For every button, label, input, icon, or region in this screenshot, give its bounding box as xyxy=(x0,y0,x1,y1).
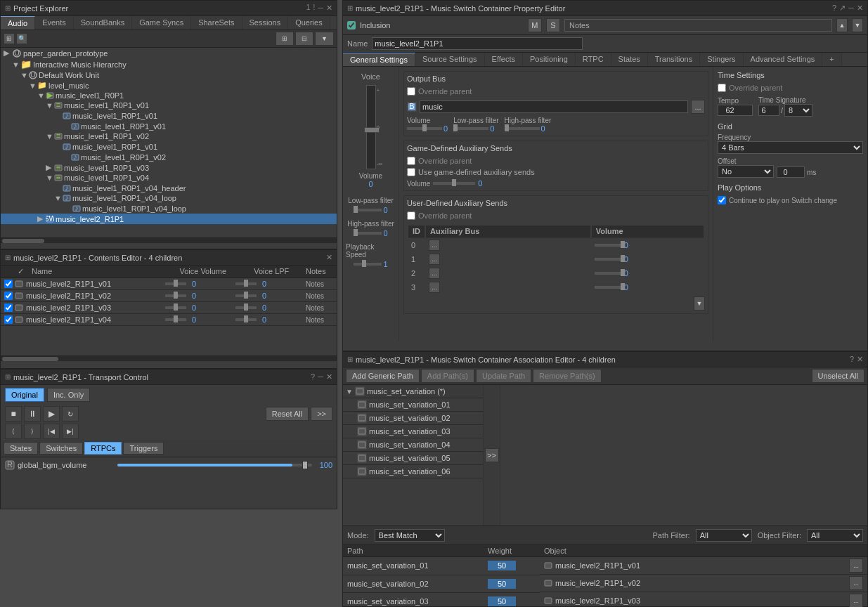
object-filter-select[interactable]: All xyxy=(807,529,863,542)
tempo-input[interactable] xyxy=(718,105,753,116)
row-0-check[interactable] xyxy=(4,280,13,288)
assoc-root-item[interactable]: ▼ music_set_variation (*) xyxy=(343,385,483,398)
tab-plus[interactable]: + xyxy=(822,53,841,66)
tree-arrow[interactable]: ▼ xyxy=(29,81,36,90)
btn-loop[interactable]: ↻ xyxy=(62,406,79,422)
tree-item-ml2r1p1[interactable]: ▶ SW music_level2_R1P1 xyxy=(1,214,337,224)
tree-item-ml1r0p1v04[interactable]: ▼ ≡ music_level1_R0P1_v04 xyxy=(1,173,337,183)
tab-general[interactable]: General Settings xyxy=(343,53,415,66)
continue-switch-check[interactable] xyxy=(718,196,726,204)
assoc-item-6[interactable]: music_set_variation_06 xyxy=(343,465,483,478)
tab-states[interactable]: States xyxy=(4,442,38,455)
assoc-expand-icon[interactable]: ▼ xyxy=(346,388,353,396)
pe-toolbar-btn1[interactable]: ⊞ xyxy=(4,33,15,44)
btn-original[interactable]: Original xyxy=(5,388,44,402)
pe-toolbar-filter[interactable]: ▼ xyxy=(315,32,334,46)
aux-bus-btn-1[interactable]: ... xyxy=(429,254,440,265)
btn-unselect-all[interactable]: Unselect All xyxy=(812,369,864,383)
tree-item-imh[interactable]: ▼ 📁 Interactive Music Hierarchy xyxy=(1,58,337,70)
tree-arrow[interactable]: ▼ xyxy=(46,174,53,182)
ts-override[interactable] xyxy=(718,84,726,92)
pe-toolbar-expand[interactable]: ⊞ xyxy=(276,32,294,46)
tab-events[interactable]: Events xyxy=(35,16,74,30)
pe-minimize[interactable]: ─ xyxy=(318,4,323,13)
btn-pause[interactable]: ⏸ xyxy=(24,406,41,422)
tree-item-ml1r0p1v03[interactable]: ▶ ≡ music_level1_R0P1_v03 xyxy=(1,162,337,173)
tab-queries[interactable]: Queries xyxy=(288,16,330,30)
voice-fader[interactable]: + 0 -∞ xyxy=(366,85,376,169)
tree-item-ml1r0p1v02a[interactable]: ▶ ♪ music_level1_R0P1_v01 xyxy=(1,141,337,152)
scroll-dn[interactable]: ▼ xyxy=(852,18,863,32)
pe-close[interactable]: ✕ xyxy=(326,4,332,13)
bus-name-input[interactable] xyxy=(420,100,688,113)
pe2-help[interactable]: ? xyxy=(832,4,836,13)
ae-help[interactable]: ? xyxy=(850,355,854,364)
pe-toolbar-collapse[interactable]: ⊟ xyxy=(295,32,313,46)
row-3-check[interactable] xyxy=(4,315,13,324)
ce-scrollbar[interactable] xyxy=(2,357,58,361)
tab-sessions[interactable]: Sessions xyxy=(242,16,289,30)
tree-item-ml1r0p1v02b[interactable]: ▶ ♪ music_level1_R0P1_v02 xyxy=(1,152,337,162)
game-aux-vol-slider[interactable] xyxy=(433,182,475,185)
pe-scrollbar-thumb[interactable] xyxy=(2,239,44,243)
tab-advanced[interactable]: Advanced Settings xyxy=(744,53,823,66)
tree-item-ml1r0p1v01b[interactable]: ▶ ♪ music_level1_R0P1_v01 xyxy=(1,121,337,131)
tree-item-dwu[interactable]: ▼ U Default Work Unit xyxy=(1,70,337,80)
btn-fwd[interactable]: ⟩ xyxy=(24,424,41,439)
aux-vol-slider-1[interactable] xyxy=(595,258,623,261)
aux-bus-btn-3[interactable]: ... xyxy=(429,282,440,293)
tree-arrow[interactable]: ▼ xyxy=(46,101,53,110)
pe-toolbar-btn2[interactable]: 🔍 xyxy=(16,33,27,44)
tree-arrow[interactable]: ▼ xyxy=(46,132,53,141)
obj-btn-0[interactable]: ... xyxy=(849,559,863,573)
tab-triggers[interactable]: Triggers xyxy=(123,442,164,455)
path-filter-select[interactable]: All xyxy=(696,529,752,542)
bus-browse[interactable]: ... xyxy=(691,100,705,114)
hpf-slider[interactable] xyxy=(505,127,540,130)
tree-item-ml1r0p1v04ll[interactable]: ▶ ♪ music_level1_R0P1_v04_loop xyxy=(1,203,337,214)
tab-positioning[interactable]: Positioning xyxy=(523,53,576,66)
aux-vol-slider-3[interactable] xyxy=(595,286,623,289)
tab-stingers[interactable]: Stingers xyxy=(700,53,743,66)
assoc-item-1[interactable]: music_set_variation_01 xyxy=(343,398,483,412)
tab-effects[interactable]: Effects xyxy=(485,53,523,66)
aux-vol-slider-0[interactable] xyxy=(595,244,623,247)
rtpc-slider-thumb[interactable] xyxy=(302,461,308,469)
tab-sharesets[interactable]: ShareSets xyxy=(191,16,242,30)
name-input[interactable] xyxy=(372,37,583,50)
btn-begin[interactable]: |◀ xyxy=(43,424,60,439)
btn-end[interactable]: ▶| xyxy=(62,424,79,439)
tree-item-ml1r0p1v01a[interactable]: ▶ ♪ music_level1_R0P1_v01 xyxy=(1,110,337,121)
tab-switches[interactable]: Switches xyxy=(39,442,83,455)
tc-close[interactable]: ✕ xyxy=(326,372,332,381)
row-2-notes[interactable]: Notes xyxy=(306,304,334,312)
btn-associate-arrow[interactable]: >> xyxy=(485,448,499,462)
game-aux-use[interactable] xyxy=(407,168,415,176)
row-1-check[interactable] xyxy=(4,292,13,300)
btn-add-paths[interactable]: Add Path(s) xyxy=(421,369,474,383)
aux-scroll-down[interactable]: ▼ xyxy=(694,296,705,311)
row-0-notes[interactable]: Notes xyxy=(306,280,334,288)
ce-close[interactable]: ✕ xyxy=(326,253,332,262)
ae-close[interactable]: ✕ xyxy=(857,355,863,364)
btn-reset-all[interactable]: Reset All xyxy=(266,407,309,421)
tab-states[interactable]: States xyxy=(611,53,648,66)
tab-rtpcs[interactable]: RTPCs xyxy=(84,442,122,455)
offset-ms[interactable] xyxy=(777,167,805,178)
game-aux-override[interactable] xyxy=(407,157,415,165)
btn-inc-only[interactable]: Inc. Only xyxy=(47,388,90,402)
ts-num[interactable] xyxy=(758,105,779,116)
tree-item-level-music[interactable]: ▼ 📁 level_music xyxy=(1,80,337,91)
pe2-btn[interactable]: ↗ xyxy=(839,4,846,13)
aux-bus-btn-2[interactable]: ... xyxy=(429,268,440,279)
btn-back[interactable]: ⟨ xyxy=(5,424,22,439)
tab-rtpc[interactable]: RTPC xyxy=(576,53,611,66)
lpf-slider[interactable] xyxy=(453,127,488,130)
row-3-notes[interactable]: Notes xyxy=(306,316,334,324)
tc-help[interactable]: ? xyxy=(311,372,315,381)
btn-stop[interactable]: ■ xyxy=(5,406,22,422)
tc-minimize[interactable]: ─ xyxy=(318,372,323,381)
row-2-check[interactable] xyxy=(4,304,13,312)
tree-item-ml1r0p1[interactable]: ▼ ▶ music_level1_R0P1 xyxy=(1,91,337,100)
tree-arrow[interactable]: ▼ xyxy=(12,60,19,69)
